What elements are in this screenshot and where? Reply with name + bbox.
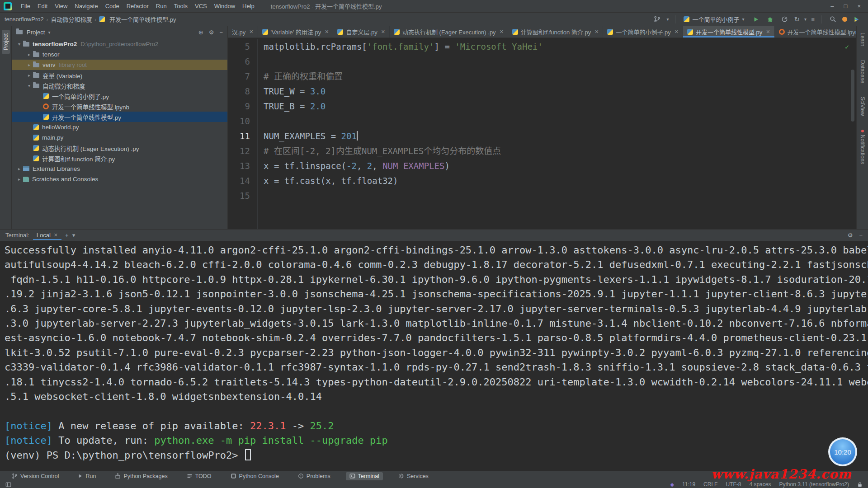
assistant-status-icon[interactable]: ◆ xyxy=(670,482,674,488)
sidebar-item-notifications[interactable]: Notifications xyxy=(859,130,866,164)
stop-button[interactable]: ■ xyxy=(811,16,815,23)
editor-tab[interactable]: 一个简单的小例子.py✕ xyxy=(603,26,683,38)
settings-gear-icon[interactable]: ⚙ xyxy=(209,29,214,36)
tree-row[interactable]: 开发一个简单线性模型.py xyxy=(12,112,227,122)
tree-row[interactable]: 一个简单的小例子.py xyxy=(12,91,227,101)
new-terminal-button[interactable]: + xyxy=(65,232,69,239)
tree-row[interactable]: 动态执行机制 (Eager Execution) .py xyxy=(12,143,227,153)
close-icon[interactable]: ✕ xyxy=(54,232,58,238)
editor-tab[interactable]: 动态执行机制 (Eager Execution) .py✕ xyxy=(390,26,508,38)
breadcrumb-item[interactable]: 开发一个简单线性模型.py xyxy=(109,15,176,23)
tree-chevron-icon[interactable]: ▸ xyxy=(25,52,33,57)
debug-button[interactable] xyxy=(765,14,775,24)
close-icon[interactable]: ✕ xyxy=(500,29,504,35)
code-editor[interactable]: 56789101112131415 matplotlib.rcParams['f… xyxy=(228,38,856,229)
tool-window-button-version-control[interactable]: Version Control xyxy=(8,472,62,480)
menu-item-code[interactable]: Code xyxy=(102,1,123,11)
inspections-ok-icon[interactable]: ✓ xyxy=(845,40,849,55)
editor-tab[interactable]: 自定义层.py✕ xyxy=(333,26,390,38)
tree-row[interactable]: ▾自动微分和梯度 xyxy=(12,80,227,91)
update-notification-icon[interactable] xyxy=(842,17,847,22)
tree-chevron-icon[interactable]: ▸ xyxy=(25,73,33,78)
sidebar-item-sciview[interactable]: SciView xyxy=(859,97,866,116)
close-icon[interactable]: ✕ xyxy=(594,29,599,35)
locate-file-icon[interactable]: ⊕ xyxy=(198,29,203,36)
sidebar-item-database[interactable]: Database xyxy=(859,60,866,83)
layout-toggle-icon[interactable] xyxy=(5,482,11,488)
breadcrumb-item[interactable]: 自动微分和梯度 xyxy=(51,15,92,23)
tree-row[interactable]: ▸venvlibrary root xyxy=(12,60,227,70)
breadcrumb-item[interactable]: tensorflowPro2 xyxy=(5,16,44,23)
editor-code[interactable]: matplotlib.rcParams['font.family'] = 'Mi… xyxy=(258,39,543,229)
tree-chevron-icon[interactable]: ▸ xyxy=(25,62,33,67)
caret-position[interactable]: 11:19 xyxy=(682,481,695,488)
menu-item-view[interactable]: View xyxy=(51,1,71,11)
tree-row[interactable]: ▾tensorflowPro2D:\python_pro\tensorflowP… xyxy=(12,39,227,49)
indent-indicator[interactable]: 4 spaces xyxy=(749,481,771,488)
tree-chevron-icon[interactable]: ▸ xyxy=(15,166,23,171)
tree-row[interactable]: ▸Scratches and Consoles xyxy=(12,174,227,184)
tree-chevron-icon[interactable]: ▾ xyxy=(25,83,33,88)
project-view-chevron-icon[interactable]: ▾ xyxy=(48,30,50,35)
terminal-tab-local[interactable]: Local ✕ xyxy=(33,230,61,240)
tool-window-button-services[interactable]: Services xyxy=(395,472,432,480)
minimize-button[interactable]: – xyxy=(830,3,834,9)
terminal-options-chevron-icon[interactable]: ▾ xyxy=(72,232,75,239)
sidebar-item-learn[interactable]: Learn xyxy=(859,33,866,47)
menu-item-window[interactable]: Window xyxy=(211,1,239,11)
menu-item-navigate[interactable]: Navigate xyxy=(71,1,101,11)
encoding-indicator[interactable]: UTF-8 xyxy=(726,481,741,488)
rerun-dropdown-chevron-icon[interactable]: ▾ xyxy=(804,17,807,22)
ide-logo-icon[interactable] xyxy=(852,14,862,24)
tool-window-button-terminal[interactable]: Terminal xyxy=(346,472,383,480)
close-icon[interactable]: ✕ xyxy=(325,29,329,35)
editor-tab[interactable]: 'Variable' 的用法.py✕ xyxy=(258,26,334,38)
editor-tab[interactable]: 计算图和tf.function 简介.py✕ xyxy=(508,26,604,38)
menu-item-vcs[interactable]: VCS xyxy=(191,1,211,11)
interpreter-indicator[interactable]: Python 3.11 (tensorflowPro2) xyxy=(779,481,849,488)
maximize-button[interactable]: □ xyxy=(844,3,848,9)
menu-item-refactor[interactable]: Refactor xyxy=(123,1,152,11)
tree-row[interactable]: ▸External Libraries xyxy=(12,164,227,174)
tool-window-button-todo[interactable]: TODO xyxy=(183,472,215,480)
editor-scrollbar[interactable] xyxy=(851,70,854,122)
menu-item-help[interactable]: Help xyxy=(239,1,258,11)
readonly-lock-icon[interactable] xyxy=(857,482,863,488)
close-icon[interactable]: ✕ xyxy=(766,29,770,35)
tool-window-button-python-console[interactable]: Python Console xyxy=(227,472,283,480)
rerun-button[interactable]: ↻ xyxy=(794,15,800,23)
run-configuration-select[interactable]: 一个简单的小例子 ▾ xyxy=(682,14,746,24)
close-icon[interactable]: ✕ xyxy=(249,29,253,35)
menu-item-file[interactable]: File xyxy=(17,1,34,11)
tool-window-button-run[interactable]: Run xyxy=(74,472,99,480)
project-panel-title[interactable]: Project xyxy=(27,29,45,36)
line-separator-indicator[interactable]: CRLF xyxy=(703,481,717,488)
terminal-output[interactable]: Successfully installed anyio-4.11.0 argo… xyxy=(0,241,868,471)
close-button[interactable]: × xyxy=(857,3,861,9)
run-with-coverage-button[interactable] xyxy=(780,14,790,24)
tree-row[interactable]: main.py xyxy=(12,132,227,143)
editor-tab[interactable]: 开发一个简单线性模型.py✕ xyxy=(683,26,775,38)
tree-row[interactable]: ▸tensor xyxy=(12,49,227,60)
tool-window-button-problems[interactable]: Problems xyxy=(294,472,334,480)
tree-row[interactable]: 计算图和tf.function 简介.py xyxy=(12,153,227,164)
close-icon[interactable]: ✕ xyxy=(381,29,385,35)
tree-chevron-icon[interactable]: ▸ xyxy=(15,177,23,182)
editor-tab[interactable]: 开发一个简单线性模型.ipynb✕ xyxy=(775,26,856,38)
terminal-hide-icon[interactable]: − xyxy=(859,232,863,239)
editor-tab[interactable]: 汉.py✕ xyxy=(228,26,258,38)
git-branch-icon[interactable] xyxy=(652,14,662,24)
close-icon[interactable]: ✕ xyxy=(675,29,679,35)
run-button[interactable] xyxy=(751,14,761,24)
tree-chevron-icon[interactable]: ▾ xyxy=(15,42,23,47)
git-dropdown-chevron-icon[interactable]: ▾ xyxy=(666,17,669,22)
sidebar-item-project[interactable]: Project xyxy=(2,30,10,54)
search-everywhere-icon[interactable] xyxy=(828,14,838,24)
tree-row[interactable]: helloWorld.py xyxy=(12,122,227,132)
hide-panel-icon[interactable]: − xyxy=(219,29,223,36)
menu-item-tools[interactable]: Tools xyxy=(170,1,191,11)
tree-row[interactable]: ▸变量 (Variable) xyxy=(12,70,227,80)
terminal-settings-gear-icon[interactable]: ⚙ xyxy=(848,232,853,239)
tree-row[interactable]: 开发一个简单线性模型.ipynb xyxy=(12,101,227,112)
menu-item-edit[interactable]: Edit xyxy=(34,1,51,11)
